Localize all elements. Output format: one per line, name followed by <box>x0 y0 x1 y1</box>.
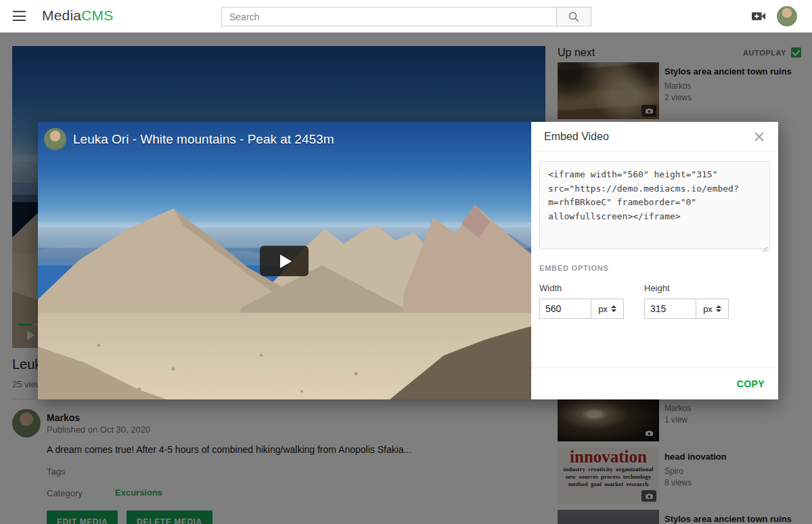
dialog-title: Embed Video <box>544 131 753 143</box>
dialog-footer: COPY <box>531 368 778 399</box>
menu-icon[interactable] <box>13 11 26 21</box>
preview-video-title: Leuka Ori - White mountains - Peak at 24… <box>73 132 334 147</box>
search-button[interactable] <box>556 7 591 26</box>
embed-video-dialog: Leuka Ori - White mountains - Peak at 24… <box>38 122 778 399</box>
copy-button[interactable]: COPY <box>737 378 765 389</box>
width-group: Width px <box>539 283 624 319</box>
big-play-button[interactable] <box>260 246 309 276</box>
height-label: Height <box>644 283 729 293</box>
close-icon[interactable] <box>753 131 765 143</box>
height-input[interactable] <box>644 299 696 319</box>
user-avatar[interactable] <box>777 6 797 26</box>
unit-label: px <box>703 304 713 314</box>
dimension-controls: Width px Height px <box>539 283 770 319</box>
search-form <box>221 7 591 26</box>
logo-media: Media <box>42 7 81 23</box>
logo[interactable]: MediaCMS <box>42 7 113 24</box>
top-bar: MediaCMS <box>0 0 812 32</box>
stepper-arrows-icon <box>716 305 721 312</box>
embed-code-textarea[interactable]: <iframe width="560" height="315" src="ht… <box>539 161 770 249</box>
embed-options-panel: Embed Video <iframe width="560" height="… <box>531 122 778 399</box>
channel-avatar[interactable] <box>44 128 66 150</box>
height-group: Height px <box>644 283 729 319</box>
search-input[interactable] <box>221 7 556 26</box>
upload-media-icon[interactable] <box>751 9 766 23</box>
width-unit-select[interactable]: px <box>591 299 624 319</box>
embed-preview-player[interactable]: Leuka Ori - White mountains - Peak at 24… <box>38 122 531 399</box>
mediacms-page: MediaCMS Leuka Ori - White mountains - P… <box>0 0 812 524</box>
unit-label: px <box>598 304 608 314</box>
search-icon <box>568 11 580 23</box>
logo-cms: CMS <box>81 7 113 23</box>
play-icon <box>280 255 292 268</box>
resize-grip-icon[interactable] <box>762 246 768 253</box>
width-input[interactable] <box>539 299 591 319</box>
embed-options-label: EMBED OPTIONS <box>539 264 770 272</box>
dialog-header: Embed Video <box>531 122 778 152</box>
width-label: Width <box>539 283 624 293</box>
height-unit-select[interactable]: px <box>696 299 729 319</box>
preview-header: Leuka Ori - White mountains - Peak at 24… <box>44 128 334 150</box>
stepper-arrows-icon <box>611 305 616 312</box>
